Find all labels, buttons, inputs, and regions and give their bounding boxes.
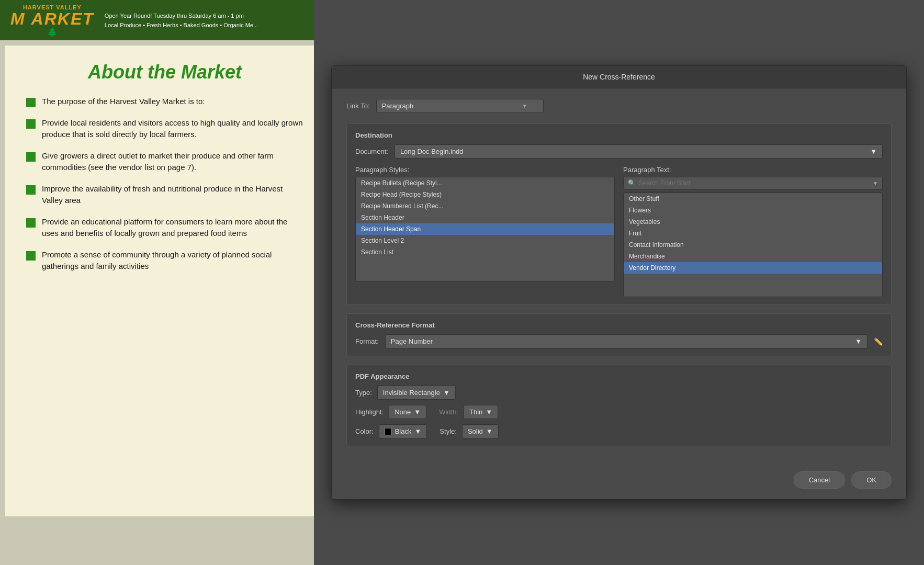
search-icon: 🔍	[628, 179, 636, 187]
highlight-field: Highlight: None ▼	[355, 405, 426, 419]
list-item[interactable]: Recipe Numbered List (Rec...	[356, 200, 614, 212]
cancel-button[interactable]: Cancel	[794, 471, 845, 489]
destination-section: Destination Document: Long Doc Begin.ind…	[346, 123, 892, 305]
style-field: Style: Solid ▼	[440, 424, 498, 438]
list-item-selected[interactable]: Section Header Span	[356, 223, 614, 235]
pdf-color-style-row: Color: Black ▼ Style: Solid ▼	[355, 424, 883, 438]
tagline2: Local Produce • Fresh Herbs • Baked Good…	[105, 21, 258, 30]
highlight-dropdown[interactable]: None ▼	[389, 405, 426, 419]
pdf-highlight-width-row: Highlight: None ▼ Width: Thin ▼	[355, 405, 883, 419]
bullet-text-5: Provide an educational platform for cons…	[42, 216, 303, 240]
format-value: Page Number	[391, 337, 433, 345]
document-value: Long Doc Begin.indd	[400, 148, 464, 155]
document-row: Document: Long Doc Begin.indd ▼	[355, 144, 883, 159]
color-field: Color: Black ▼	[355, 424, 427, 438]
paragraph-text-search[interactable]: 🔍 ▼	[623, 177, 883, 189]
bullet-icon-2	[26, 119, 36, 129]
destination-label: Destination	[355, 131, 883, 139]
cross-ref-format-label: Cross-Reference Format	[355, 321, 883, 329]
bullet-icon-3	[26, 152, 36, 162]
format-row: Format: Page Number ▼ ✏️	[355, 334, 883, 348]
bullet-text-1: The purpose of the Harvest Valley Market…	[42, 96, 205, 108]
list-item[interactable]: Recipe Head (Recipe Styles)	[356, 189, 614, 200]
bullet-icon-5	[26, 218, 36, 228]
link-to-value: Paragraph	[382, 102, 414, 110]
format-label: Format:	[355, 337, 379, 345]
width-field: Width: Thin ▼	[439, 405, 498, 419]
bullet-item-6: Promote a sense of community through a v…	[26, 249, 303, 273]
type-label: Type:	[355, 389, 372, 397]
dialog-body: Link To: Paragraph ▼ Destination Documen…	[332, 88, 906, 465]
list-item[interactable]: Other Stuff	[624, 193, 882, 205]
width-label: Width:	[439, 408, 458, 416]
edit-format-icon[interactable]: ✏️	[874, 337, 883, 346]
list-item-vendor-directory[interactable]: Vendor Directory	[624, 262, 882, 274]
list-item[interactable]: Section List	[356, 246, 614, 258]
color-label: Color:	[355, 427, 374, 435]
type-chevron-icon: ▼	[443, 389, 450, 397]
document-taglines: Open Year Round! Tuesday thru Saturday 6…	[105, 12, 258, 30]
logo-tree-icon: 🌲	[47, 27, 58, 37]
list-item[interactable]: Contact Information	[624, 239, 882, 251]
pdf-appearance-label: PDF Appearance	[355, 372, 883, 380]
search-filter-icon: ▼	[873, 180, 878, 186]
color-chevron-icon: ▼	[414, 427, 421, 435]
paragraph-text-label: Paragraph Text:	[623, 166, 883, 174]
link-to-label: Link To:	[346, 102, 370, 110]
bullet-item-4: Improve the availability of fresh and nu…	[26, 183, 303, 207]
width-value: Thin	[469, 408, 482, 416]
bullet-item-1: The purpose of the Harvest Valley Market…	[26, 96, 303, 108]
tagline1: Open Year Round! Tuesday thru Saturday 6…	[105, 12, 258, 21]
dialog-overlay: New Cross-Reference Link To: Paragraph ▼…	[314, 0, 924, 565]
format-chevron-icon: ▼	[855, 337, 862, 345]
bullet-item-3: Give growers a direct outlet to market t…	[26, 150, 303, 174]
document-dropdown[interactable]: Long Doc Begin.indd ▼	[395, 144, 883, 159]
bullet-icon-4	[26, 185, 36, 195]
style-dropdown[interactable]: Solid ▼	[462, 424, 499, 438]
document-label: Document:	[355, 148, 388, 155]
list-item[interactable]: Section Level 2	[356, 235, 614, 246]
search-input[interactable]	[639, 179, 870, 187]
list-item[interactable]: Merchandise	[624, 251, 882, 262]
bullet-text-3: Give growers a direct outlet to market t…	[42, 150, 303, 174]
ok-button[interactable]: OK	[851, 471, 892, 489]
bullet-text-4: Improve the availability of fresh and nu…	[42, 183, 303, 207]
width-dropdown[interactable]: Thin ▼	[464, 405, 498, 419]
bullet-icon-6	[26, 251, 36, 261]
dialog-title: New Cross-Reference	[583, 73, 655, 81]
document-chevron-icon: ▼	[870, 148, 877, 155]
document-header: HARVEST VALLEY M|ARKET 🌲 Open Year Round…	[0, 0, 324, 40]
pdf-appearance-section: PDF Appearance Type: Invisible Rectangle…	[346, 365, 892, 446]
paragraph-styles-column: Paragraph Styles: Recipe Bullets (Recipe…	[355, 166, 615, 281]
list-item[interactable]: Section Header	[356, 212, 614, 223]
style-value: Solid	[468, 427, 483, 435]
type-dropdown[interactable]: Invisible Rectangle ▼	[377, 386, 456, 400]
type-value: Invisible Rectangle	[383, 389, 440, 397]
paragraph-row: Paragraph Styles: Recipe Bullets (Recipe…	[355, 166, 883, 297]
market-logo: HARVEST VALLEY M|ARKET 🌲	[10, 4, 94, 37]
list-item[interactable]: Recipe Bullets (Recipe Styl...	[356, 177, 614, 189]
dialog-buttons: Cancel OK	[332, 465, 906, 499]
highlight-value: None	[395, 408, 411, 416]
link-to-row: Link To: Paragraph ▼	[346, 99, 892, 113]
highlight-label: Highlight:	[355, 408, 384, 416]
list-item[interactable]: Fruit	[624, 228, 882, 239]
color-swatch	[385, 428, 392, 435]
width-chevron-icon: ▼	[486, 408, 492, 416]
style-chevron-icon: ▼	[486, 427, 493, 435]
paragraph-text-list[interactable]: Other Stuff Flowers Vegetables Fruit Con…	[623, 193, 883, 297]
bullet-item-5: Provide an educational platform for cons…	[26, 216, 303, 240]
dialog-titlebar: New Cross-Reference	[332, 66, 906, 88]
color-dropdown[interactable]: Black ▼	[379, 424, 427, 438]
bullet-icon-1	[26, 98, 36, 107]
link-to-dropdown[interactable]: Paragraph ▼	[376, 99, 544, 113]
list-item[interactable]: Vegetables	[624, 216, 882, 228]
document-title: About the Market	[26, 61, 303, 83]
paragraph-styles-label: Paragraph Styles:	[355, 166, 615, 174]
format-dropdown[interactable]: Page Number ▼	[385, 334, 867, 348]
logo-market-text: M|ARKET	[10, 10, 94, 27]
paragraph-styles-list[interactable]: Recipe Bullets (Recipe Styl... Recipe He…	[355, 177, 615, 281]
new-cross-reference-dialog: New Cross-Reference Link To: Paragraph ▼…	[331, 65, 907, 500]
list-item[interactable]: Flowers	[624, 205, 882, 216]
color-value: Black	[395, 427, 412, 435]
